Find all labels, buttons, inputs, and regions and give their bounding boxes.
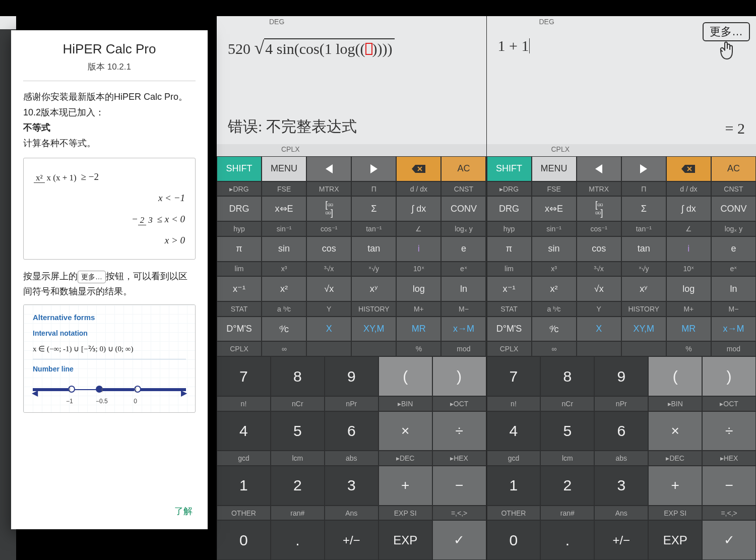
digit-2-key[interactable]: 2 [271, 466, 325, 506]
dc-key[interactable]: ᵈ⁄c [262, 317, 306, 342]
cursor-left-key[interactable] [577, 156, 621, 181]
decimal-key[interactable]: . [540, 520, 594, 560]
digit-5-key[interactable]: 5 [271, 411, 325, 451]
integral-key[interactable]: ∫ dx [396, 196, 441, 221]
minus-key[interactable]: − [702, 466, 756, 506]
drg-key[interactable]: DRG [487, 196, 532, 221]
modal-ok-button[interactable]: 了解 [174, 505, 193, 517]
xym-key[interactable]: XY,M [351, 317, 396, 342]
x-squared-key[interactable]: x² [262, 276, 306, 301]
multiply-key[interactable]: × [379, 411, 432, 451]
plus-minus-key[interactable]: +/− [325, 520, 379, 560]
ac-key[interactable]: AC [441, 156, 486, 181]
x-e-key[interactable]: x⇔E [262, 196, 306, 221]
digit-3-key[interactable]: 3 [594, 466, 648, 506]
display[interactable]: DEG 520 √4 sin(cos(1 log(()))) 错误: 不完整表达… [217, 16, 486, 156]
cos-key[interactable]: cos [577, 236, 621, 262]
pi-key[interactable]: π [487, 236, 532, 262]
digit-1-key[interactable]: 1 [487, 466, 541, 506]
digit-6-key[interactable]: 6 [594, 411, 648, 451]
i-key[interactable]: i [396, 236, 441, 262]
shift-key[interactable]: SHIFT [217, 156, 262, 181]
sigma-key[interactable]: Σ [351, 196, 396, 221]
digit-4-key[interactable]: 4 [487, 411, 541, 451]
cos-key[interactable]: cos [306, 236, 351, 262]
conv-key[interactable]: CONV [711, 196, 756, 221]
cursor-right-key[interactable] [351, 156, 396, 181]
divide-key[interactable]: ÷ [702, 411, 756, 451]
plus-key[interactable]: + [379, 466, 432, 506]
digit-8-key[interactable]: 8 [271, 356, 325, 396]
digit-2-key[interactable]: 2 [540, 466, 594, 506]
digit-5-key[interactable]: 5 [540, 411, 594, 451]
plus-key[interactable]: + [648, 466, 702, 506]
dc-key[interactable]: ᵈ⁄c [532, 317, 577, 342]
sqrt-key[interactable]: √x [306, 276, 351, 301]
shift-key[interactable]: SHIFT [487, 156, 532, 181]
rparen-key[interactable]: ) [432, 356, 486, 396]
more-button-hint[interactable]: 更多… [703, 22, 750, 66]
drg-key[interactable]: DRG [217, 196, 262, 221]
dms-key[interactable]: D°M'S [217, 317, 262, 342]
lparen-key[interactable]: ( [648, 356, 702, 396]
xym-key[interactable]: XY,M [621, 317, 666, 342]
sigma-key[interactable]: Σ [621, 196, 666, 221]
minus-key[interactable]: − [432, 466, 486, 506]
digit-6-key[interactable]: 6 [325, 411, 379, 451]
tan-key[interactable]: tan [351, 236, 396, 262]
x-to-m-key[interactable]: x→M [711, 317, 756, 342]
sin-key[interactable]: sin [532, 236, 577, 262]
plus-minus-key[interactable]: +/− [594, 520, 648, 560]
e-key[interactable]: e [711, 236, 756, 262]
e-key[interactable]: e [441, 236, 486, 262]
log-key[interactable]: log [666, 276, 711, 301]
x-to-m-key[interactable]: x→M [441, 317, 486, 342]
equals-key[interactable]: ✓ [702, 520, 756, 560]
digit-4-key[interactable]: 4 [217, 411, 271, 451]
x-squared-key[interactable]: x² [532, 276, 577, 301]
ln-key[interactable]: ln [441, 276, 486, 301]
cursor-right-key[interactable] [621, 156, 666, 181]
rparen-key[interactable]: ) [702, 356, 756, 396]
digit-0-key[interactable]: 0 [217, 520, 271, 560]
cursor-left-key[interactable] [306, 156, 351, 181]
menu-key[interactable]: MENU [532, 156, 577, 181]
sin-key[interactable]: sin [262, 236, 306, 262]
x-power-y-key[interactable]: xʸ [351, 276, 396, 301]
mr-key[interactable]: MR [666, 317, 711, 342]
x-e-key[interactable]: x⇔E [532, 196, 577, 221]
i-key[interactable]: i [666, 236, 711, 262]
digit-1-key[interactable]: 1 [217, 466, 271, 506]
x-inverse-key[interactable]: x⁻¹ [217, 276, 262, 301]
pi-key[interactable]: π [217, 236, 262, 262]
dms-key[interactable]: D°M'S [487, 317, 532, 342]
menu-key[interactable]: MENU [262, 156, 306, 181]
digit-7-key[interactable]: 7 [487, 356, 541, 396]
backspace-key[interactable] [396, 156, 441, 181]
multiply-key[interactable]: × [648, 411, 702, 451]
tan-key[interactable]: tan [621, 236, 666, 262]
backspace-key[interactable] [666, 156, 711, 181]
digit-3-key[interactable]: 3 [325, 466, 379, 506]
x-var-key[interactable]: X [577, 317, 621, 342]
divide-key[interactable]: ÷ [432, 411, 486, 451]
ln-key[interactable]: ln [711, 276, 756, 301]
mr-key[interactable]: MR [396, 317, 441, 342]
lparen-key[interactable]: ( [379, 356, 432, 396]
digit-9-key[interactable]: 9 [594, 356, 648, 396]
digit-8-key[interactable]: 8 [540, 356, 594, 396]
integral-key[interactable]: ∫ dx [666, 196, 711, 221]
conv-key[interactable]: CONV [441, 196, 486, 221]
exp-key[interactable]: EXP [379, 520, 432, 560]
decimal-key[interactable]: . [271, 520, 325, 560]
x-power-y-key[interactable]: xʸ [621, 276, 666, 301]
ac-key[interactable]: AC [711, 156, 756, 181]
digit-7-key[interactable]: 7 [217, 356, 271, 396]
digit-0-key[interactable]: 0 [487, 520, 541, 560]
equals-key[interactable]: ✓ [432, 520, 486, 560]
x-var-key[interactable]: X [306, 317, 351, 342]
x-inverse-key[interactable]: x⁻¹ [487, 276, 532, 301]
matrix-key[interactable]: [▫▫▫▫] [306, 196, 351, 221]
exp-key[interactable]: EXP [648, 520, 702, 560]
sqrt-key[interactable]: √x [577, 276, 621, 301]
